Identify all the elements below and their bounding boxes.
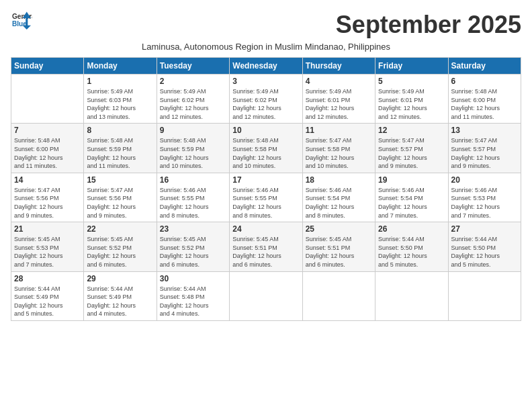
calendar-week-row: 1Sunrise: 5:49 AMSunset: 6:03 PMDaylight… <box>11 75 521 124</box>
calendar-cell <box>11 75 84 124</box>
day-number: 1 <box>87 77 153 86</box>
day-detail: Sunrise: 5:47 AMSunset: 5:56 PMDaylight:… <box>14 186 81 220</box>
day-detail: Sunrise: 5:49 AMSunset: 6:02 PMDaylight:… <box>232 87 299 121</box>
day-detail: Sunrise: 5:46 AMSunset: 5:55 PMDaylight:… <box>160 186 226 220</box>
calendar-week-row: 7Sunrise: 5:48 AMSunset: 6:00 PMDaylight… <box>11 124 521 173</box>
calendar-cell: 2Sunrise: 5:49 AMSunset: 6:02 PMDaylight… <box>157 75 229 124</box>
calendar-cell: 20Sunrise: 5:46 AMSunset: 5:53 PMDayligh… <box>448 173 521 222</box>
day-number: 3 <box>232 77 299 86</box>
day-number: 26 <box>378 224 445 234</box>
day-number: 29 <box>87 274 153 283</box>
day-number: 12 <box>378 126 445 135</box>
day-detail: Sunrise: 5:45 AMSunset: 5:53 PMDaylight:… <box>14 235 81 269</box>
calendar-cell: 22Sunrise: 5:45 AMSunset: 5:52 PMDayligh… <box>84 222 157 271</box>
day-detail: Sunrise: 5:45 AMSunset: 5:51 PMDaylight:… <box>232 235 299 269</box>
day-number: 14 <box>14 175 81 185</box>
day-number: 23 <box>160 224 226 234</box>
calendar-cell: 17Sunrise: 5:46 AMSunset: 5:55 PMDayligh… <box>230 173 302 222</box>
calendar-cell: 7Sunrise: 5:48 AMSunset: 6:00 PMDaylight… <box>11 124 84 173</box>
header: General Blue September 2025 <box>11 11 521 39</box>
day-detail: Sunrise: 5:45 AMSunset: 5:52 PMDaylight:… <box>87 235 153 269</box>
day-detail: Sunrise: 5:49 AMSunset: 6:03 PMDaylight:… <box>87 87 153 121</box>
day-detail: Sunrise: 5:48 AMSunset: 5:59 PMDaylight:… <box>87 136 153 170</box>
day-number: 2 <box>160 77 226 86</box>
calendar-cell: 5Sunrise: 5:49 AMSunset: 6:01 PMDaylight… <box>375 75 448 124</box>
weekday-header-row: SundayMondayTuesdayWednesdayThursdayFrid… <box>11 58 521 75</box>
calendar-cell <box>448 271 521 320</box>
calendar-cell <box>375 271 448 320</box>
calendar-week-row: 28Sunrise: 5:44 AMSunset: 5:49 PMDayligh… <box>11 271 521 320</box>
day-number: 10 <box>232 126 299 135</box>
weekday-header: Monday <box>84 58 157 75</box>
day-detail: Sunrise: 5:47 AMSunset: 5:57 PMDaylight:… <box>378 136 445 170</box>
day-number: 11 <box>306 126 372 135</box>
day-detail: Sunrise: 5:48 AMSunset: 5:59 PMDaylight:… <box>160 136 226 170</box>
day-number: 16 <box>160 175 226 185</box>
day-number: 4 <box>306 77 372 86</box>
day-number: 25 <box>306 224 372 234</box>
month-title: September 2025 <box>336 11 521 39</box>
calendar-cell: 14Sunrise: 5:47 AMSunset: 5:56 PMDayligh… <box>11 173 84 222</box>
calendar-cell: 10Sunrise: 5:48 AMSunset: 5:58 PMDayligh… <box>230 124 302 173</box>
day-detail: Sunrise: 5:48 AMSunset: 5:58 PMDaylight:… <box>232 136 299 170</box>
calendar-cell: 16Sunrise: 5:46 AMSunset: 5:55 PMDayligh… <box>157 173 229 222</box>
day-number: 8 <box>87 126 153 135</box>
day-detail: Sunrise: 5:47 AMSunset: 5:58 PMDaylight:… <box>306 136 372 170</box>
day-detail: Sunrise: 5:49 AMSunset: 6:02 PMDaylight:… <box>160 87 226 121</box>
calendar-week-row: 21Sunrise: 5:45 AMSunset: 5:53 PMDayligh… <box>11 222 521 271</box>
calendar-cell: 4Sunrise: 5:49 AMSunset: 6:01 PMDaylight… <box>302 75 375 124</box>
day-detail: Sunrise: 5:48 AMSunset: 6:00 PMDaylight:… <box>451 87 518 121</box>
calendar-cell: 19Sunrise: 5:46 AMSunset: 5:54 PMDayligh… <box>375 173 448 222</box>
day-detail: Sunrise: 5:45 AMSunset: 5:52 PMDaylight:… <box>160 235 226 269</box>
weekday-header: Thursday <box>302 58 375 75</box>
calendar-cell <box>230 271 302 320</box>
weekday-header: Tuesday <box>157 58 229 75</box>
calendar-cell: 25Sunrise: 5:45 AMSunset: 5:51 PMDayligh… <box>302 222 375 271</box>
day-number: 13 <box>451 126 518 135</box>
day-number: 28 <box>14 274 81 283</box>
day-detail: Sunrise: 5:48 AMSunset: 6:00 PMDaylight:… <box>14 136 81 170</box>
calendar-cell: 29Sunrise: 5:44 AMSunset: 5:49 PMDayligh… <box>84 271 157 320</box>
calendar-cell: 12Sunrise: 5:47 AMSunset: 5:57 PMDayligh… <box>375 124 448 173</box>
day-number: 19 <box>378 175 445 185</box>
calendar-cell: 1Sunrise: 5:49 AMSunset: 6:03 PMDaylight… <box>84 75 157 124</box>
weekday-header: Sunday <box>11 58 84 75</box>
weekday-header: Friday <box>375 58 448 75</box>
day-number: 18 <box>306 175 372 185</box>
calendar-cell: 21Sunrise: 5:45 AMSunset: 5:53 PMDayligh… <box>11 222 84 271</box>
day-detail: Sunrise: 5:47 AMSunset: 5:57 PMDaylight:… <box>451 136 518 170</box>
weekday-header: Wednesday <box>230 58 302 75</box>
calendar-cell <box>302 271 375 320</box>
day-number: 9 <box>160 126 226 135</box>
calendar-cell: 11Sunrise: 5:47 AMSunset: 5:58 PMDayligh… <box>302 124 375 173</box>
subtitle: Laminusa, Autonomous Region in Muslim Mi… <box>11 42 521 52</box>
logo-icon: General Blue <box>11 11 32 30</box>
day-number: 22 <box>87 224 153 234</box>
day-detail: Sunrise: 5:46 AMSunset: 5:53 PMDaylight:… <box>451 186 518 220</box>
calendar-cell: 15Sunrise: 5:47 AMSunset: 5:56 PMDayligh… <box>84 173 157 222</box>
day-number: 30 <box>160 274 226 283</box>
day-number: 27 <box>451 224 518 234</box>
day-detail: Sunrise: 5:44 AMSunset: 5:49 PMDaylight:… <box>14 285 81 318</box>
day-detail: Sunrise: 5:49 AMSunset: 6:01 PMDaylight:… <box>378 87 445 121</box>
day-detail: Sunrise: 5:47 AMSunset: 5:56 PMDaylight:… <box>87 186 153 220</box>
day-detail: Sunrise: 5:46 AMSunset: 5:54 PMDaylight:… <box>306 186 372 220</box>
day-number: 17 <box>232 175 299 185</box>
day-number: 5 <box>378 77 445 86</box>
calendar-cell: 13Sunrise: 5:47 AMSunset: 5:57 PMDayligh… <box>448 124 521 173</box>
day-detail: Sunrise: 5:45 AMSunset: 5:51 PMDaylight:… <box>306 235 372 269</box>
day-number: 6 <box>451 77 518 86</box>
calendar-cell: 30Sunrise: 5:44 AMSunset: 5:48 PMDayligh… <box>157 271 229 320</box>
day-number: 21 <box>14 224 81 234</box>
day-number: 20 <box>451 175 518 185</box>
logo: General Blue <box>11 11 32 30</box>
calendar-cell: 8Sunrise: 5:48 AMSunset: 5:59 PMDaylight… <box>84 124 157 173</box>
calendar-cell: 24Sunrise: 5:45 AMSunset: 5:51 PMDayligh… <box>230 222 302 271</box>
day-detail: Sunrise: 5:44 AMSunset: 5:49 PMDaylight:… <box>87 285 153 318</box>
calendar-cell: 9Sunrise: 5:48 AMSunset: 5:59 PMDaylight… <box>157 124 229 173</box>
day-detail: Sunrise: 5:44 AMSunset: 5:50 PMDaylight:… <box>378 235 445 269</box>
calendar-cell: 28Sunrise: 5:44 AMSunset: 5:49 PMDayligh… <box>11 271 84 320</box>
calendar-cell: 26Sunrise: 5:44 AMSunset: 5:50 PMDayligh… <box>375 222 448 271</box>
day-number: 15 <box>87 175 153 185</box>
day-detail: Sunrise: 5:49 AMSunset: 6:01 PMDaylight:… <box>306 87 372 121</box>
